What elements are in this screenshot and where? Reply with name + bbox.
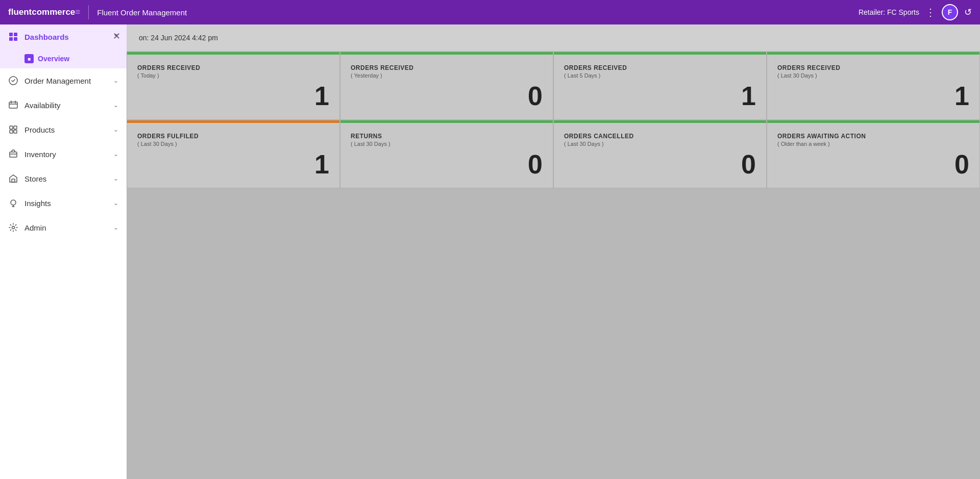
metric-value: 0 [351,83,543,109]
metric-value: 1 [137,151,329,178]
retailer-label: Retailer: FC Sports [859,8,919,16]
products-icon [8,124,18,135]
sidebar-item-order-management[interactable]: Order Management ⌄ [0,68,127,93]
app-title: Fluent Order Management [97,8,187,17]
dashboards-label: Dashboards [24,33,69,41]
sub-header: on: 24 Jun 2024 4:42 pm [127,24,980,52]
dashboards-icon [8,32,18,42]
svg-point-13 [12,226,15,229]
metric-orders-awaiting-action: ORDERS AWAITING ACTION ( Older than a we… [767,120,980,188]
metric-sublabel: ( Today ) [137,72,329,79]
sidebar-item-left: Admin [8,222,46,233]
metric-value: 1 [564,83,756,109]
products-label: Products [24,125,55,134]
svg-rect-0 [9,33,13,36]
header-divider [88,5,89,19]
sidebar: ✕ Dashboards ⌃ ■ Overview Order Manageme… [0,24,127,479]
sidebar-item-left: Stores [8,173,46,184]
metric-returns: RETURNS ( Last 30 Days ) 0 [340,120,553,188]
main-content: on: 24 Jun 2024 4:42 pm ORDERS RECEIVED … [127,24,980,479]
sidebar-item-dashboards[interactable]: Dashboards ⌃ [0,24,127,49]
svg-rect-1 [14,33,17,36]
metrics-row2: ORDERS FULFILED ( Last 30 Days ) 1 RETUR… [127,120,980,188]
logo-text: fluentcommerce≡ [8,7,80,17]
overview-label: Overview [38,55,69,63]
header-right: Retailer: FC Sports ⋮ F ↺ [859,4,972,20]
sidebar-item-insights[interactable]: Insights ⌄ [0,191,127,215]
sidebar-item-availability[interactable]: Availability ⌄ [0,93,127,117]
sidebar-item-left: Order Management [8,75,91,86]
metric-value: 1 [137,83,329,109]
layout: ✕ Dashboards ⌃ ■ Overview Order Manageme… [0,0,980,479]
sidebar-item-left: Inventory [8,149,56,159]
metric-orders-received-5days: ORDERS RECEIVED ( Last 5 Days ) 1 [553,52,767,120]
metric-label: ORDERS RECEIVED [777,64,969,71]
metric-label: RETURNS [351,133,543,140]
metric-value: 0 [351,151,543,178]
sidebar-sub-overview[interactable]: ■ Overview [0,49,127,68]
metric-value: 0 [564,151,756,178]
sidebar-item-stores[interactable]: Stores ⌄ [0,166,127,191]
header: fluentcommerce≡ Fluent Order Management … [0,0,980,24]
metrics-row1: ORDERS RECEIVED ( Today ) 1 ORDERS RECEI… [127,52,980,120]
sidebar-item-inventory[interactable]: Inventory ⌄ [0,142,127,166]
metric-sublabel: ( Last 30 Days ) [564,141,756,147]
inventory-label: Inventory [24,150,56,159]
sidebar-item-products[interactable]: Products ⌄ [0,117,127,142]
svg-rect-2 [9,37,13,41]
metric-label: ORDERS FULFILED [137,133,329,140]
metric-label: ORDERS RECEIVED [137,64,329,71]
svg-rect-11 [12,179,15,182]
availability-chevron: ⌄ [113,102,118,109]
svg-rect-6 [10,126,13,129]
close-sidebar-button[interactable]: ✕ [113,31,120,42]
metric-sublabel: ( Last 30 Days ) [137,141,329,147]
metric-sublabel: ( Last 5 Days ) [564,72,756,79]
insights-label: Insights [24,199,51,208]
order-management-label: Order Management [24,77,91,85]
stores-icon [8,173,18,184]
metric-sublabel: ( Last 30 Days ) [777,72,969,79]
availability-label: Availability [24,101,61,110]
metric-label: ORDERS RECEIVED [351,64,543,71]
overview-sub-icon: ■ [24,54,34,63]
inventory-icon [8,149,18,159]
user-avatar[interactable]: F [942,4,958,20]
metric-label: ORDERS RECEIVED [564,64,756,71]
admin-chevron: ⌄ [113,224,118,231]
inventory-chevron: ⌄ [113,150,118,158]
sidebar-item-left: Availability [8,100,61,110]
metric-label: ORDERS CANCELLED [564,133,756,140]
svg-rect-5 [9,102,17,108]
svg-rect-7 [14,126,17,129]
metric-orders-received-today: ORDERS RECEIVED ( Today ) 1 [127,52,340,120]
sidebar-item-admin[interactable]: Admin ⌄ [0,215,127,240]
metric-sublabel: ( Older than a week ) [777,141,969,147]
refresh-icon[interactable]: ↺ [964,7,972,18]
stores-chevron: ⌄ [113,175,118,182]
sidebar-item-left: Insights [8,198,51,208]
admin-icon [8,222,18,233]
insights-chevron: ⌄ [113,199,118,207]
metric-orders-received-yesterday: ORDERS RECEIVED ( Yesterday ) 0 [340,52,553,120]
metric-sublabel: ( Last 30 Days ) [351,141,543,147]
metric-orders-received-30days: ORDERS RECEIVED ( Last 30 Days ) 1 [767,52,980,120]
logo: fluentcommerce≡ [8,7,80,17]
metric-value: 0 [777,151,969,178]
more-options-icon[interactable]: ⋮ [925,6,936,18]
svg-rect-3 [14,37,17,41]
availability-icon [8,100,18,110]
metric-value: 1 [777,83,969,109]
order-management-chevron: ⌄ [113,77,118,84]
insights-icon [8,198,18,208]
admin-label: Admin [24,223,46,232]
svg-rect-10 [10,152,17,157]
sub-header-text: on: 24 Jun 2024 4:42 pm [139,34,218,42]
metric-sublabel: ( Yesterday ) [351,72,543,79]
sidebar-item-left: Products [8,124,55,135]
metric-orders-fulfilled: ORDERS FULFILED ( Last 30 Days ) 1 [127,120,340,188]
svg-rect-9 [14,130,17,133]
svg-rect-8 [10,130,13,133]
metric-label: ORDERS AWAITING ACTION [777,133,969,140]
products-chevron: ⌄ [113,126,118,133]
